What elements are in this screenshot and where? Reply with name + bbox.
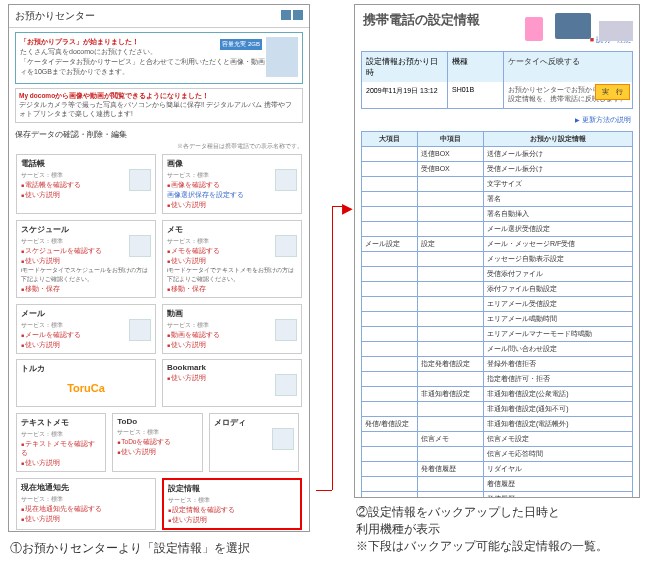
- col-reflect: ケータイへ反映する: [504, 52, 632, 82]
- card-link[interactable]: 設定情報を確認する: [168, 506, 296, 515]
- table-cell: 文字サイズ: [484, 177, 633, 192]
- card-link[interactable]: テキストメモを確認する: [21, 440, 102, 458]
- table-row: エリアメール受信設定: [362, 297, 633, 312]
- card-sub: サービス：標準: [21, 238, 63, 244]
- book-icon: [129, 169, 151, 191]
- card-bookmark[interactable]: Bookmark 使い方説明: [162, 359, 302, 407]
- card-title: 設定情報: [168, 483, 296, 494]
- header-icons: [279, 10, 303, 22]
- val-model: SH01B: [448, 82, 504, 108]
- banner-line2: 「ケータイデータお預かりサービス」と合わせてご利用いただくと画像・動画・メロディ…: [20, 57, 298, 77]
- notice: My docomoから画像や動画が閲覧できるようになりました！ デジタルカメラ等…: [15, 88, 303, 123]
- card-link[interactable]: 使い方説明: [21, 515, 151, 524]
- table-cell: 受信BOX: [418, 162, 484, 177]
- table-row: 発信/着信設定非通知着信設定(電話帳外): [362, 417, 633, 432]
- bookmark-icon: [275, 374, 297, 396]
- execute-button[interactable]: 実 行: [595, 84, 630, 100]
- table-cell: [418, 267, 484, 282]
- movie-icon: [275, 319, 297, 341]
- table-cell: 受信メール振分け: [484, 162, 633, 177]
- card-link[interactable]: 使い方説明: [167, 341, 297, 350]
- table-cell: [418, 177, 484, 192]
- table-cell: メール設定: [362, 237, 418, 252]
- table-cell: エリアメールマナーモード時鳴動: [484, 327, 633, 342]
- card-link[interactable]: 使い方説明: [21, 191, 151, 200]
- card-sub: サービス：標準: [21, 496, 63, 502]
- card-images[interactable]: 画像 サービス：標準 画像を確認する 画像選択保存を設定する 使い方説明: [162, 154, 302, 214]
- table-cell: [362, 462, 418, 477]
- card-sub: サービス：標準: [167, 238, 209, 244]
- table-cell: [418, 282, 484, 297]
- section-title: 保存データの確認・削除・編集: [15, 129, 303, 140]
- card-textmemo[interactable]: テキストメモ サービス：標準 テキストメモを確認する 使い方説明: [16, 413, 107, 472]
- card-link[interactable]: 使い方説明: [117, 448, 198, 457]
- card-movie[interactable]: 動画 サービス：標準 動画を確認する 使い方説明: [162, 304, 302, 354]
- table-cell: メッセージ自動表示設定: [484, 252, 633, 267]
- card-title: スケジュール: [21, 224, 151, 235]
- card-link[interactable]: 使い方説明: [167, 201, 297, 210]
- table-cell: [362, 252, 418, 267]
- table-row: 文字サイズ: [362, 177, 633, 192]
- card-settings[interactable]: 設定情報 サービス：標準 設定情報を確認する 使い方説明: [162, 478, 302, 530]
- table-cell: 非通知着信設定: [418, 387, 484, 402]
- table-cell: [418, 342, 484, 357]
- table-row: 非通知着信設定(通知不可): [362, 402, 633, 417]
- table-cell: 伝言メモ応答時間: [484, 447, 633, 462]
- table-row: 受信BOX受信メール振分け: [362, 162, 633, 177]
- backup-info-box: 設定情報お預かり日時 機種 ケータイへ反映する 2009年11月19日 13:1…: [361, 51, 633, 109]
- table-cell: [362, 267, 418, 282]
- table-row: 受信添付ファイル: [362, 267, 633, 282]
- card-todo[interactable]: ToDo サービス：標準 ToDoを確認する 使い方説明: [112, 413, 203, 472]
- table-row: 発信履歴: [362, 492, 633, 499]
- table-cell: 非通知着信設定(電話帳外): [484, 417, 633, 432]
- card-link[interactable]: 使い方説明: [167, 257, 297, 266]
- card-mail[interactable]: メール サービス：標準 メールを確認する 使い方説明: [16, 304, 156, 354]
- th-setting: お預かり設定情報: [484, 132, 633, 147]
- arrow-seg: [316, 490, 332, 491]
- cap-r2: 利用機種が表示: [356, 521, 608, 538]
- notice-title: My docomoから画像や動画が閲覧できるようになりました！: [19, 92, 299, 101]
- card-link[interactable]: 現在地通知先を確認する: [21, 505, 151, 514]
- card-notify[interactable]: 現在地通知先 サービス：標準 現在地通知先を確認する 使い方説明: [16, 478, 156, 530]
- table-cell: 非通知着信設定(通知不可): [484, 402, 633, 417]
- card-link[interactable]: 使い方説明: [21, 257, 151, 266]
- val-datetime: 2009年11月19日 13:12: [362, 82, 448, 108]
- table-cell: メール問い合わせ設定: [484, 342, 633, 357]
- update-link[interactable]: 更新方法の説明: [355, 113, 639, 127]
- arrow-seg: [332, 206, 333, 490]
- table-cell: [362, 357, 418, 372]
- table-cell: 登録外着信拒否: [484, 357, 633, 372]
- card-phonebook[interactable]: 電話帳 サービス：標準 電話帳を確認する 使い方説明: [16, 154, 156, 214]
- card-toruca[interactable]: トルカ ToruCa: [16, 359, 156, 407]
- card-sub: サービス：標準: [168, 497, 210, 503]
- table-cell: [418, 252, 484, 267]
- card-link[interactable]: 移動・保存: [21, 285, 151, 294]
- settings-table: 大項目 中項目 お預かり設定情報 送信BOX送信メール振分け受信BOX受信メール…: [361, 131, 633, 498]
- table-cell: 受信添付ファイル: [484, 267, 633, 282]
- card-link[interactable]: 使い方説明: [21, 459, 102, 468]
- card-note: iモードケータイでスケジュールをお預けの方は下記よりご確認ください。: [21, 266, 151, 284]
- card-title: メロディ: [214, 417, 295, 428]
- table-cell: [418, 297, 484, 312]
- card-link[interactable]: 移動・保存: [167, 285, 297, 294]
- table-cell: [362, 447, 418, 462]
- banner-illustration: [266, 37, 298, 77]
- table-cell: [362, 162, 418, 177]
- card-link[interactable]: 使い方説明: [168, 516, 296, 525]
- card-link[interactable]: 画像選択保存を設定する: [167, 191, 297, 200]
- table-cell: 発信/着信設定: [362, 417, 418, 432]
- card-sub: サービス：標準: [167, 172, 209, 178]
- table-row: 伝言メモ応答時間: [362, 447, 633, 462]
- th-mid: 中項目: [418, 132, 484, 147]
- card-memo[interactable]: メモ サービス：標準 メモを確認する 使い方説明 iモードケータイでテキストメモ…: [162, 220, 302, 298]
- card-schedule[interactable]: スケジュール サービス：標準 スケジュールを確認する 使い方説明 iモードケータ…: [16, 220, 156, 298]
- mail-icon: [129, 319, 151, 341]
- card-melody[interactable]: メロディ: [209, 413, 300, 472]
- table-cell: [362, 282, 418, 297]
- card-link[interactable]: ToDoを確認する: [117, 438, 198, 447]
- lp-header: お預かりセンター: [9, 5, 309, 28]
- table-cell: 送信メール振分け: [484, 147, 633, 162]
- card-link[interactable]: 使い方説明: [21, 341, 151, 350]
- table-row: メール設定設定メール・メッセージR/F受信: [362, 237, 633, 252]
- card-title: テキストメモ: [21, 417, 102, 428]
